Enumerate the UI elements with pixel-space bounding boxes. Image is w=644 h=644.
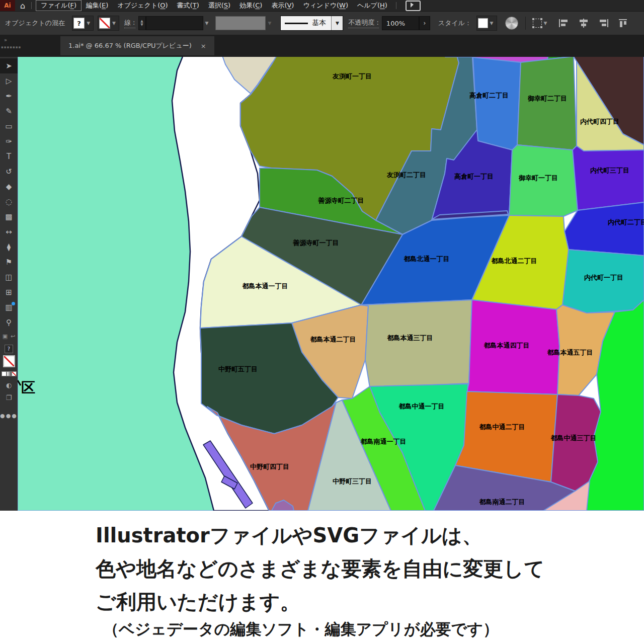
chevron-down-icon[interactable]: ▼ bbox=[203, 21, 211, 26]
default-swatches[interactable] bbox=[2, 371, 17, 376]
chevron-down-icon[interactable]: ▼ bbox=[331, 16, 343, 30]
menu-O[interactable]: オブジェクト(O) bbox=[113, 1, 172, 11]
stroke-weight-stepper[interactable]: ▲▼ bbox=[138, 16, 146, 30]
fill-none-swatch[interactable] bbox=[3, 355, 15, 367]
district-label-motodori5: 都島本通五丁目 bbox=[547, 349, 593, 356]
opacity-input[interactable]: 100% bbox=[382, 16, 419, 30]
rectangle-tool[interactable]: ▭ bbox=[0, 119, 18, 134]
artboard-canvas[interactable]: 友渕町一丁目友渕町二丁目高倉町二丁目御幸町二丁目内代町四丁目高倉町一丁目御幸町一… bbox=[18, 50, 644, 511]
menu-V[interactable]: 表示(V) bbox=[267, 1, 298, 11]
stroke-weight-label[interactable]: 線 : bbox=[124, 18, 135, 28]
district-label-tomobuchi1: 友渕町一丁目 bbox=[332, 72, 372, 80]
puppet-warp-tool[interactable]: ⚑ bbox=[0, 255, 18, 270]
district-label-nakano3: 中野町三丁目 bbox=[333, 477, 372, 485]
stroke-color-control[interactable]: ▼ bbox=[98, 16, 119, 31]
chevron-down-icon[interactable]: ▼ bbox=[542, 21, 549, 26]
paintbrush-tool[interactable]: ✑ bbox=[0, 134, 18, 149]
home-icon[interactable]: ⌂ bbox=[20, 1, 25, 11]
district-label-motodori1: 都島本通一丁目 bbox=[242, 282, 288, 290]
district-label-nakadori2: 都島中通二丁目 bbox=[479, 423, 525, 431]
stroke-weight-input[interactable] bbox=[146, 16, 203, 30]
document-tab[interactable]: 1.ai* @ 66.67 % (RGB/CPUプレビュー) × bbox=[60, 36, 214, 55]
style-swatch[interactable] bbox=[478, 18, 488, 28]
rotate-tool[interactable]: ↺ bbox=[0, 164, 18, 179]
district-takakura2[interactable] bbox=[473, 57, 521, 150]
caption-line-1: IllustratorファイルやSVGファイルは、 bbox=[96, 522, 482, 549]
chevron-down-icon[interactable]: ▼ bbox=[110, 21, 118, 26]
graph-tool[interactable]: ▥ bbox=[0, 300, 18, 315]
district-motodori3[interactable] bbox=[361, 300, 472, 387]
gradient-swatch[interactable] bbox=[7, 371, 12, 376]
more-tools-icon[interactable]: ●●● bbox=[0, 413, 18, 419]
menu-S[interactable]: 選択(S) bbox=[204, 1, 235, 11]
district-label-motodori4: 都島本通四丁目 bbox=[484, 342, 530, 349]
align-center-icon[interactable] bbox=[578, 18, 589, 28]
menu-F[interactable]: ファイル(F) bbox=[36, 0, 82, 11]
white-swatch[interactable] bbox=[2, 371, 7, 376]
district-label-nakadori1: 都島中通一丁目 bbox=[398, 403, 445, 410]
draw-normal-mode-icon[interactable]: ◐ bbox=[6, 381, 12, 389]
district-label-zengenji1: 善源寺町一丁目 bbox=[293, 239, 339, 247]
control-bar: オブジェクトの混在 ? ▼ ▼ 線 : ▲▼ ▼ ▼ 基本 ▼ 不透明度 : 1… bbox=[0, 11, 644, 35]
menu-T[interactable]: 書式(T) bbox=[173, 1, 204, 11]
curvature-tool[interactable]: ✎ bbox=[0, 104, 18, 119]
eraser-tool[interactable]: ◆ bbox=[0, 179, 18, 194]
chevron-down-icon[interactable]: ▼ bbox=[85, 21, 92, 26]
variable-width-profile-dropdown[interactable] bbox=[215, 16, 266, 30]
gpu-preview-icon[interactable]: ▣ bbox=[3, 333, 8, 340]
menu-W[interactable]: ウィンドウ(W) bbox=[298, 1, 353, 11]
district-uchidai3[interactable] bbox=[573, 146, 644, 210]
ruler-marks: ▪▪▪▪▪▪▪ bbox=[1, 45, 21, 49]
district-label-tomobuchi2: 友渕町二丁目 bbox=[386, 171, 426, 179]
recolor-artwork-icon[interactable] bbox=[505, 17, 518, 30]
chevron-down-icon: ▼ bbox=[266, 21, 273, 26]
brush-basic-label: 基本 bbox=[312, 19, 326, 28]
divider bbox=[31, 2, 32, 9]
document-tab-title: 1.ai* @ 66.67 % (RGB/CPUプレビュー) bbox=[68, 41, 192, 50]
caption-area: IllustratorファイルやSVGファイルは、 色や地名などのさまざまな要素… bbox=[0, 511, 644, 644]
selection-tool[interactable]: ➤ bbox=[0, 58, 18, 73]
align-right-icon[interactable] bbox=[598, 18, 609, 28]
lasso-tool[interactable]: ◌ bbox=[0, 194, 18, 209]
touch-workspace-icon[interactable] bbox=[406, 1, 421, 11]
menu-C[interactable]: 効果(C) bbox=[235, 1, 267, 11]
graphic-style-control[interactable]: ▼ bbox=[476, 16, 497, 31]
stroke-none-swatch[interactable] bbox=[99, 18, 110, 29]
gradient-tool[interactable]: ▩ bbox=[0, 209, 18, 224]
align-top-icon[interactable] bbox=[618, 18, 627, 28]
fill-unknown-badge: ? bbox=[5, 345, 13, 353]
direct-selection-tool[interactable]: ▷ bbox=[0, 73, 18, 89]
menu-H[interactable]: ヘルプ(H) bbox=[353, 1, 392, 11]
brush-definition-control[interactable]: 基本 ▼ bbox=[280, 16, 343, 31]
fill-color-control[interactable]: ? ▼ bbox=[72, 16, 94, 31]
chevron-down-icon[interactable]: ▼ bbox=[488, 21, 496, 26]
zoom-tool[interactable]: ⚲ bbox=[0, 315, 18, 330]
district-label-takakura1: 高倉町一丁目 bbox=[454, 173, 494, 180]
align-left-icon[interactable] bbox=[558, 18, 569, 28]
shape-builder-tool[interactable]: ◫ bbox=[0, 270, 18, 285]
type-tool[interactable]: T bbox=[0, 149, 18, 164]
menu-E[interactable]: 編集(E) bbox=[82, 1, 113, 11]
district-label-takakura2: 高倉町二丁目 bbox=[469, 92, 509, 99]
draw-behind-mode-icon[interactable]: ❐ bbox=[6, 394, 12, 401]
pen-tool[interactable]: ✒ bbox=[0, 89, 18, 104]
district-map[interactable]: 友渕町一丁目友渕町二丁目高倉町二丁目御幸町二丁目内代町四丁目高倉町一丁目御幸町一… bbox=[18, 50, 644, 511]
district-label-motodori3: 都島本通三丁目 bbox=[387, 334, 433, 342]
panel-collapse-icon[interactable]: » bbox=[4, 37, 7, 43]
district-label-nakano5: 中野町五丁目 bbox=[218, 365, 258, 373]
width-tool[interactable]: ↔ bbox=[0, 224, 18, 239]
close-icon[interactable]: × bbox=[201, 42, 206, 50]
undo-icon[interactable]: ↩ bbox=[11, 333, 15, 340]
document-tab-bar: » ▪▪▪▪▪▪▪ 1.ai* @ 66.67 % (RGB/CPUプレビュー)… bbox=[0, 34, 644, 57]
fill-swatch[interactable]: ? bbox=[73, 18, 85, 29]
caption-line-4: （ベジェデータの編集ソフト・編集アプリが必要です） bbox=[103, 619, 499, 640]
none-swatch[interactable] bbox=[12, 371, 17, 376]
district-miyuki2[interactable] bbox=[517, 56, 577, 150]
transform-bounding-box-icon[interactable] bbox=[533, 19, 542, 28]
opacity-expand-button[interactable]: › bbox=[419, 16, 430, 30]
district-uchidai1[interactable] bbox=[562, 250, 644, 313]
opacity-label[interactable]: 不透明度 : bbox=[348, 18, 379, 28]
eyedropper-tool[interactable]: ⧫ bbox=[0, 239, 18, 255]
artboard-tool[interactable]: ⊞ bbox=[0, 285, 18, 300]
divider bbox=[396, 2, 396, 9]
